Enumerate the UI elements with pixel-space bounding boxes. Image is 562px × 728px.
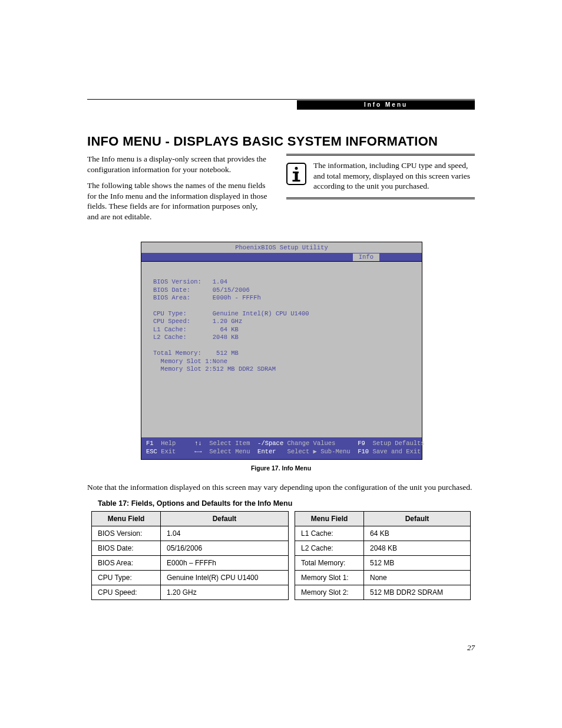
table-cell: L2 Cache:	[295, 541, 364, 556]
table-row: CPU Speed:1.20 GHzMemory Slot 2:512 MB D…	[92, 585, 471, 600]
table-cell: BIOS Date:	[92, 541, 161, 556]
table-cell: CPU Type:	[92, 571, 161, 585]
table-cell: L1 Cache:	[295, 526, 364, 541]
table-row: CPU Type:Genuine Intel(R) CPU U1400Memor…	[92, 571, 471, 585]
table-cell: 512 MB	[364, 556, 471, 571]
table-cell: None	[364, 571, 471, 585]
info-icon	[286, 163, 306, 185]
table-cell: 512 MB DDR2 SDRAM	[364, 585, 471, 600]
table-row: BIOS Version:1.04L1 Cache:64 KB	[92, 526, 471, 541]
intro-paragraph-2: The following table shows the names of t…	[87, 180, 271, 222]
info-note-text: The information, including CPU type and …	[313, 160, 475, 192]
page-title: INFO MENU - DISPLAYS BASIC SYSTEM INFORM…	[87, 134, 475, 149]
bios-screenshot: PhoenixBIOS Setup Utility Info BIOS Vers…	[141, 242, 422, 459]
table-cell: 1.04	[161, 526, 289, 541]
table-cell: BIOS Area:	[92, 556, 161, 571]
bios-tab-bar: Info	[141, 253, 422, 261]
post-note-paragraph: Note that the information displayed on t…	[87, 482, 475, 493]
table-cell: Genuine Intel(R) CPU U1400	[161, 571, 289, 585]
intro-paragraph-1: The Info menu is a display-only screen t…	[87, 154, 271, 174]
bios-tab-info: Info	[353, 253, 379, 261]
info-note-box: The information, including CPU type and …	[286, 154, 475, 199]
header-stripe: Info Menu	[87, 99, 475, 110]
table-cell: CPU Speed:	[92, 585, 161, 600]
table-row: BIOS Area:E000h – FFFFhTotal Memory:512 …	[92, 556, 471, 571]
table-title: Table 17: Fields, Options and Defaults f…	[98, 499, 475, 508]
table-cell: 05/16/2006	[161, 541, 289, 556]
table-cell: 2048 KB	[364, 541, 471, 556]
table-cell: E000h – FFFFh	[161, 556, 289, 571]
table-row: BIOS Date:05/16/2006L2 Cache:2048 KB	[92, 541, 471, 556]
table-cell: Total Memory:	[295, 556, 364, 571]
bios-title: PhoenixBIOS Setup Utility	[141, 242, 422, 253]
table-header-menu-field-1: Menu Field	[92, 512, 161, 526]
table-cell: 64 KB	[364, 526, 471, 541]
table-cell: Memory Slot 2:	[295, 585, 364, 600]
page-number: 27	[467, 643, 475, 653]
table-cell: BIOS Version:	[92, 526, 161, 541]
table-header-menu-field-2: Menu Field	[295, 512, 364, 526]
table-header-default-2: Default	[364, 512, 471, 526]
bios-body: BIOS Version: 1.04 BIOS Date: 05/15/2006…	[141, 261, 422, 437]
table-cell: Memory Slot 1:	[295, 571, 364, 585]
table-header-default-1: Default	[161, 512, 289, 526]
table-cell: 1.20 GHz	[161, 585, 289, 600]
bios-footer: F1 Help ↑↓ Select Item -/Space Change Va…	[141, 437, 422, 459]
header-section-label: Info Menu	[297, 100, 475, 110]
figure-caption: Figure 17. Info Menu	[141, 465, 421, 472]
fields-table: Menu Field Default Menu Field Default BI…	[91, 511, 471, 600]
